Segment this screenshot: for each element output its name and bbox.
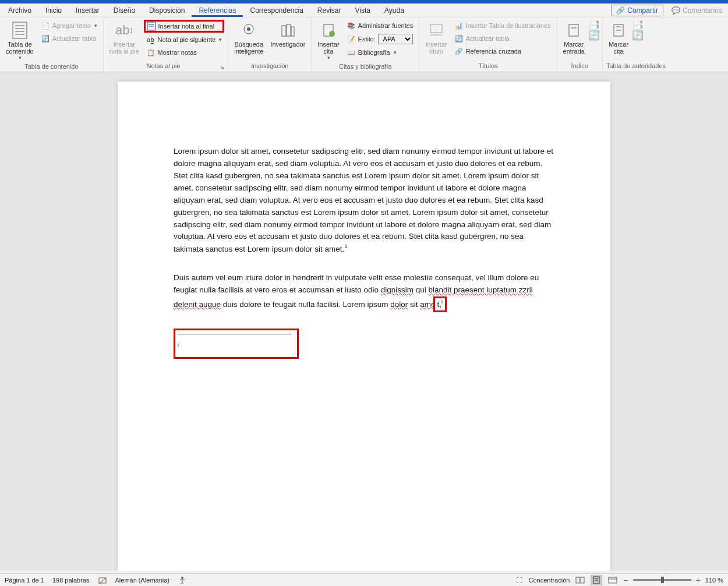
zoom-thumb[interactable]: [661, 577, 664, 583]
update-icon: 🔄: [41, 34, 50, 43]
menu-diseno[interactable]: Diseño: [107, 4, 142, 17]
comments-icon: 💬: [672, 6, 680, 15]
word-count[interactable]: 198 palabras: [52, 577, 90, 584]
cross-reference-button[interactable]: 🔗 Referencia cruzada: [452, 45, 553, 57]
insert-toa-icon[interactable]: 📑: [633, 20, 642, 29]
dialog-launcher-icon[interactable]: ↘: [220, 64, 224, 70]
group-label: Tabla de contenido: [3, 62, 100, 71]
svg-rect-24: [581, 577, 584, 583]
mark-entry-button[interactable]: Marcar entrada: [561, 20, 587, 56]
update-caption-table-button[interactable]: 🔄 Actualizar tabla: [452, 33, 553, 44]
insert-tof-button[interactable]: 📊 Insertar Tabla de ilustraciones: [452, 20, 553, 31]
insert-citation-label: Insertar cita: [317, 41, 339, 55]
add-text-label: Agregar texto: [52, 22, 91, 29]
endnote-cursor[interactable]: i: [178, 343, 179, 348]
style-icon: 📝: [347, 34, 356, 44]
update-caption-table-label: Actualizar tabla: [466, 35, 510, 42]
update-index-icon[interactable]: 🔄: [589, 30, 599, 40]
mark-citation-icon: [609, 21, 628, 40]
add-text-button[interactable]: 📄 Agregar texto ▾: [38, 20, 100, 31]
menu-inicio[interactable]: Inicio: [38, 4, 69, 17]
language-indicator[interactable]: Alemán (Alemania): [115, 577, 170, 584]
menubar: Archivo Inicio Insertar Diseño Disposici…: [0, 3, 728, 17]
caption-icon: [427, 21, 446, 40]
endnote-reference-highlight[interactable]: t,i: [433, 296, 447, 312]
ribbon: Tabla de contenido ▾ 📄 Agregar texto ▾ 🔄…: [0, 17, 728, 72]
toc-icon: [10, 21, 29, 40]
paragraph-2[interactable]: Duis autem vel eum iriure dolor in hendr…: [174, 272, 554, 312]
group-captions: Insertar título 📊 Insertar Tabla de ilus…: [419, 17, 557, 72]
next-footnote-icon: ab̲: [146, 35, 156, 44]
update-toa-icon[interactable]: 🔄: [633, 30, 642, 40]
share-button[interactable]: 🔗 Compartir: [611, 5, 663, 16]
read-mode-icon[interactable]: [574, 575, 586, 585]
footnote-reference[interactable]: 1: [344, 243, 347, 249]
insert-citation-button[interactable]: Insertar cita ▾: [315, 20, 341, 62]
toc-button[interactable]: Tabla de contenido ▾: [3, 20, 36, 62]
group-citations: Insertar cita ▾ 📚 Administrar fuentes 📝 …: [312, 17, 419, 72]
document-body[interactable]: Lorem ipsum dolor sit amet, consetetur s…: [174, 146, 554, 359]
insert-endnote-button[interactable]: Insertar nota al final: [144, 20, 225, 33]
style-select[interactable]: APA: [378, 34, 413, 44]
comments-button[interactable]: 💬 Comentarios: [667, 5, 727, 16]
page[interactable]: Lorem ipsum dolor sit amet, consetetur s…: [118, 82, 610, 571]
crossref-icon: 🔗: [454, 47, 464, 56]
menu-archivo[interactable]: Archivo: [1, 4, 38, 17]
style-label: Estilo:: [358, 36, 376, 43]
insert-index-icon[interactable]: 📑: [589, 20, 599, 29]
focus-mode[interactable]: Concentración: [528, 577, 570, 584]
group-footnotes: ab1 Insertar nota al pie Insertar nota a…: [104, 17, 228, 72]
group-research: Búsqueda inteligente Investigador Invest…: [228, 17, 312, 72]
document-area[interactable]: Lorem ipsum dolor sit amet, consetetur s…: [0, 72, 728, 571]
svg-rect-11: [287, 24, 291, 36]
page-indicator[interactable]: Página 1 de 1: [5, 577, 44, 584]
bibliography-label: Bibliografía: [358, 49, 390, 56]
paragraph-1[interactable]: Lorem ipsum dolor sit amet, consetetur s…: [174, 146, 554, 256]
next-footnote-button[interactable]: ab̲ Nota al pie siguiente ▾: [144, 34, 225, 45]
menu-disposicion[interactable]: Disposición: [142, 4, 192, 17]
spellcheck-icon[interactable]: [98, 576, 107, 585]
citation-icon: [319, 21, 338, 40]
show-notes-label: Mostrar notas: [158, 49, 197, 56]
menu-insertar[interactable]: Insertar: [69, 4, 107, 17]
zoom-out-button[interactable]: −: [623, 576, 628, 585]
menu-ayuda[interactable]: Ayuda: [377, 4, 411, 17]
menu-correspondencia[interactable]: Correspondencia: [243, 4, 310, 17]
chevron-down-icon: ▾: [327, 55, 330, 61]
zoom-level[interactable]: 110 %: [705, 577, 723, 584]
svg-point-9: [247, 27, 250, 31]
zoom-in-button[interactable]: +: [696, 576, 701, 585]
svg-rect-10: [282, 26, 286, 36]
group-label: Índice: [561, 61, 599, 70]
endnote-area-highlight[interactable]: i: [174, 329, 299, 359]
focus-icon[interactable]: ⛶: [514, 576, 524, 585]
researcher-button[interactable]: Investigador: [268, 20, 308, 49]
endnote-reference[interactable]: i: [441, 299, 443, 305]
update-table-label: Actualizar tabla: [52, 35, 96, 42]
svg-rect-23: [576, 577, 579, 583]
svg-rect-12: [291, 27, 294, 36]
manage-sources-button[interactable]: 📚 Administrar fuentes: [344, 20, 416, 31]
zoom-slider[interactable]: [633, 579, 691, 581]
show-notes-button[interactable]: 📋 Mostrar notas: [144, 47, 225, 58]
menu-referencias[interactable]: Referencias: [192, 4, 243, 17]
print-layout-icon[interactable]: [591, 575, 602, 585]
smart-lookup-label: Búsqueda inteligente: [234, 41, 263, 55]
mark-entry-label: Marcar entrada: [563, 41, 585, 55]
group-label: Investigación: [232, 61, 308, 70]
accessibility-icon[interactable]: [178, 576, 187, 585]
web-layout-icon[interactable]: [607, 575, 619, 585]
insert-footnote-button[interactable]: ab1 Insertar nota al pie: [107, 20, 142, 56]
menu-revisar[interactable]: Revisar: [310, 4, 348, 17]
group-authorities: Marcar cita 📑 🔄 Tabla de autoridades: [603, 17, 669, 72]
bibliography-button[interactable]: 📖 Bibliografía ▾: [344, 47, 416, 58]
tof-icon: 📊: [454, 21, 464, 30]
style-selector[interactable]: 📝 Estilo: APA: [344, 33, 416, 45]
endnote-separator-line: [178, 334, 291, 334]
mark-citation-button[interactable]: Marcar cita: [606, 20, 631, 56]
insert-caption-button[interactable]: Insertar título: [423, 20, 449, 56]
researcher-label: Investigador: [270, 41, 305, 48]
smart-lookup-button[interactable]: Búsqueda inteligente: [232, 20, 266, 56]
update-table-button[interactable]: 🔄 Actualizar tabla: [38, 33, 100, 44]
menu-vista[interactable]: Vista: [348, 4, 377, 17]
